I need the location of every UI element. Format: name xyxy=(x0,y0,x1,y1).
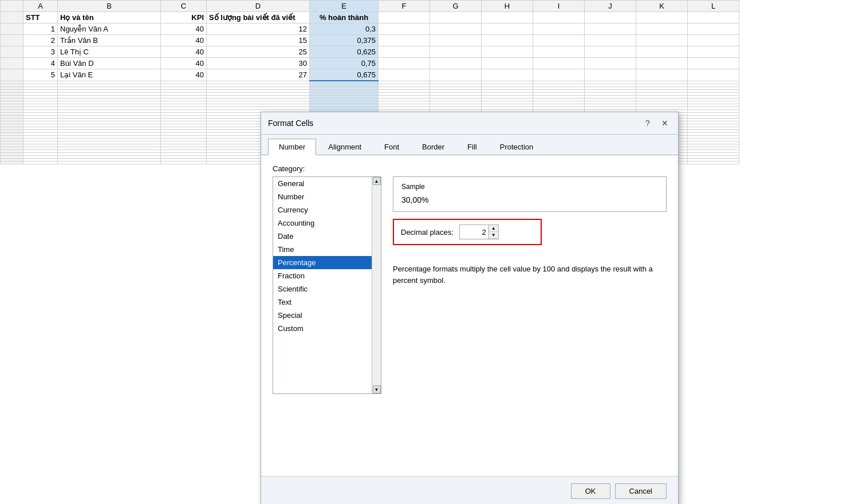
cell-g4[interactable] xyxy=(430,46,482,58)
category-special[interactable]: Special xyxy=(273,309,381,322)
cell-i2[interactable] xyxy=(533,23,585,35)
cell-f3[interactable] xyxy=(379,35,430,46)
cell-c5[interactable]: 40 xyxy=(161,58,207,69)
cell-c4[interactable]: 40 xyxy=(161,46,207,58)
col-header-e[interactable]: E xyxy=(310,1,379,12)
cell-k4[interactable] xyxy=(636,46,688,58)
category-general[interactable]: General xyxy=(273,177,381,190)
category-scientific[interactable]: Scientific xyxy=(273,282,381,296)
spinner-up-button[interactable]: ▲ xyxy=(489,225,498,232)
tab-protection[interactable]: Protection xyxy=(489,139,545,155)
cell-c6[interactable]: 40 xyxy=(161,69,207,81)
cell-b6[interactable]: Lại Văn E xyxy=(58,69,161,81)
cell-g5[interactable] xyxy=(430,58,482,69)
cell-h1[interactable] xyxy=(482,12,533,23)
cell-g3[interactable] xyxy=(430,35,482,46)
cell-j4[interactable] xyxy=(585,46,636,58)
cell-d5[interactable]: 30 xyxy=(207,58,310,69)
col-header-d[interactable]: D xyxy=(207,1,310,12)
cell-j3[interactable] xyxy=(585,35,636,46)
cell-c3[interactable]: 40 xyxy=(161,35,207,46)
cell-h4[interactable] xyxy=(482,46,533,58)
cell-g6[interactable] xyxy=(430,69,482,81)
cell-i3[interactable] xyxy=(533,35,585,46)
col-header-c[interactable]: C xyxy=(161,1,207,12)
cell-a1[interactable]: STT xyxy=(23,12,58,23)
cell-l1[interactable] xyxy=(688,12,739,23)
cell-f2[interactable] xyxy=(379,23,430,35)
cell-d2[interactable]: 12 xyxy=(207,23,310,35)
cell-e5[interactable]: 0,75 xyxy=(310,58,379,69)
col-header-h[interactable]: H xyxy=(482,1,533,12)
category-percentage[interactable]: Percentage xyxy=(273,256,381,269)
cell-i6[interactable] xyxy=(533,69,585,81)
cell-g2[interactable] xyxy=(430,23,482,35)
cell-a6[interactable]: 5 xyxy=(23,69,58,81)
cell-f4[interactable] xyxy=(379,46,430,58)
cell-h6[interactable] xyxy=(482,69,533,81)
col-header-l[interactable]: L xyxy=(688,1,739,12)
cell-h2[interactable] xyxy=(482,23,533,35)
category-number[interactable]: Number xyxy=(273,190,381,203)
category-currency[interactable]: Currency xyxy=(273,203,381,216)
cell-c2[interactable]: 40 xyxy=(161,23,207,35)
cell-a4[interactable]: 3 xyxy=(23,46,58,58)
spinner-down-button[interactable]: ▼ xyxy=(489,232,498,239)
cell-k6[interactable] xyxy=(636,69,688,81)
category-custom[interactable]: Custom xyxy=(273,322,381,335)
cell-h3[interactable] xyxy=(482,35,533,46)
cell-l6[interactable] xyxy=(688,69,739,81)
cell-d6[interactable]: 27 xyxy=(207,69,310,81)
tab-fill[interactable]: Fill xyxy=(456,139,488,155)
cell-f5[interactable] xyxy=(379,58,430,69)
cell-a2[interactable]: 1 xyxy=(23,23,58,35)
cell-j1[interactable] xyxy=(585,12,636,23)
cell-e4[interactable]: 0,625 xyxy=(310,46,379,58)
close-button[interactable]: ✕ xyxy=(659,117,671,129)
tab-border[interactable]: Border xyxy=(411,139,455,155)
cell-k3[interactable] xyxy=(636,35,688,46)
category-text[interactable]: Text xyxy=(273,296,381,309)
cell-j5[interactable] xyxy=(585,58,636,69)
cell-e3[interactable]: 0,375 xyxy=(310,35,379,46)
cell-l5[interactable] xyxy=(688,58,739,69)
cell-l4[interactable] xyxy=(688,46,739,58)
tab-number[interactable]: Number xyxy=(268,139,316,155)
cell-i4[interactable] xyxy=(533,46,585,58)
scrollbar-up-button[interactable]: ▲ xyxy=(373,177,381,185)
cell-h5[interactable] xyxy=(482,58,533,69)
col-header-j[interactable]: J xyxy=(585,1,636,12)
col-header-i[interactable]: I xyxy=(533,1,585,12)
cell-f6[interactable] xyxy=(379,69,430,81)
cell-f1[interactable] xyxy=(379,12,430,23)
cell-b4[interactable]: Lê Thị C xyxy=(58,46,161,58)
tab-alignment[interactable]: Alignment xyxy=(317,139,372,155)
cell-d1[interactable]: Số lượng bài viết đã viết xyxy=(207,12,310,23)
cell-k1[interactable] xyxy=(636,12,688,23)
cell-e1[interactable]: % hoàn thành xyxy=(310,12,379,23)
cell-k2[interactable] xyxy=(636,23,688,35)
col-header-k[interactable]: K xyxy=(636,1,688,12)
category-accounting[interactable]: Accounting xyxy=(273,216,381,230)
cell-d4[interactable]: 25 xyxy=(207,46,310,58)
tab-font[interactable]: Font xyxy=(373,139,410,155)
cell-b2[interactable]: Nguyễn Văn A xyxy=(58,23,161,35)
col-header-b[interactable]: B xyxy=(58,1,161,12)
cell-e6[interactable]: 0,675 xyxy=(310,69,379,81)
cancel-button[interactable]: Cancel xyxy=(615,483,667,499)
col-header-a[interactable]: A xyxy=(23,1,58,12)
cell-g1[interactable] xyxy=(430,12,482,23)
cell-d3[interactable]: 15 xyxy=(207,35,310,46)
cell-e2[interactable]: 0,3 xyxy=(310,23,379,35)
category-time[interactable]: Time xyxy=(273,243,381,256)
cell-b5[interactable]: Bùi Văn D xyxy=(58,58,161,69)
cell-j2[interactable] xyxy=(585,23,636,35)
category-date[interactable]: Date xyxy=(273,230,381,243)
help-button[interactable]: ? xyxy=(641,117,654,129)
cell-j6[interactable] xyxy=(585,69,636,81)
col-header-g[interactable]: G xyxy=(430,1,482,12)
cell-l2[interactable] xyxy=(688,23,739,35)
cell-i1[interactable] xyxy=(533,12,585,23)
col-header-f[interactable]: F xyxy=(379,1,430,12)
cell-c1[interactable]: KPI xyxy=(161,12,207,23)
